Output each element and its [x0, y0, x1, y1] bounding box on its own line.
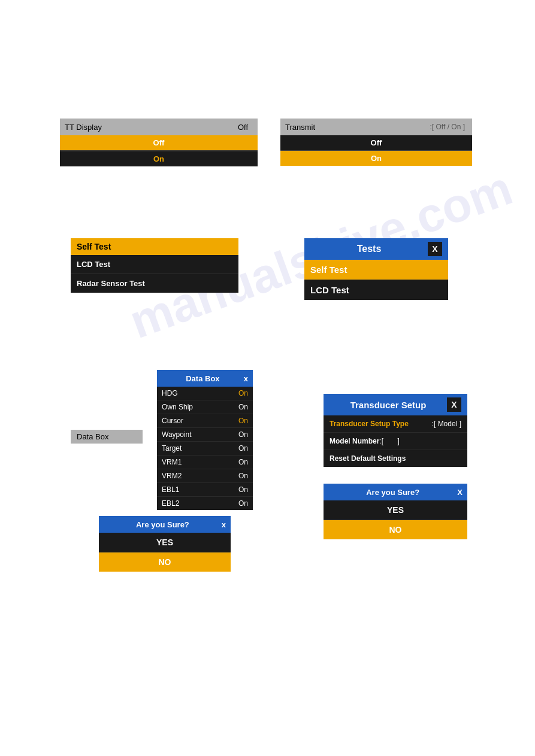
- transducer-type-value: :[ Model ]: [432, 420, 461, 428]
- sure-dialog-left-no-button[interactable]: NO: [99, 552, 231, 572]
- sure-dialog-left-yes-button[interactable]: YES: [99, 533, 231, 552]
- data-box-items: HDG On Own Ship On Cursor On Waypoint On…: [157, 387, 253, 510]
- data-box-row-vrm1-label: VRM1: [162, 458, 238, 466]
- data-box-panel: Data Box x HDG On Own Ship On Cursor On …: [157, 370, 253, 510]
- sure-dialog-right-title: Are you Sure?: [328, 488, 457, 497]
- tests-item-self-test[interactable]: Self Test: [304, 260, 448, 280]
- transducer-items: Transducer Setup Type :[ Model ] Model N…: [324, 415, 467, 467]
- tt-display-on-button[interactable]: On: [60, 151, 258, 166]
- data-box-row-ebl2-label: EBL2: [162, 499, 238, 508]
- sure-dialog-left-title: Are you Sure?: [104, 520, 222, 529]
- tt-display-options: Off On: [60, 135, 258, 166]
- tt-display-label: TT Display: [65, 123, 238, 132]
- transducer-header-label: Transducer Setup: [330, 400, 447, 410]
- data-box-row-vrm1-value: On: [238, 458, 248, 466]
- transducer-panel: Transducer Setup X Transducer Setup Type…: [324, 394, 467, 467]
- data-box-row-ebl1-value: On: [238, 485, 248, 494]
- transmit-off-button[interactable]: Off: [280, 135, 472, 151]
- transmit-toggle-text: :[ Off / On ]: [430, 123, 465, 131]
- tt-display-widget: TT Display Off Off On: [60, 119, 258, 166]
- data-box-row-hdg[interactable]: HDG On: [157, 387, 253, 400]
- data-box-row-hdg-label: HDG: [162, 389, 238, 397]
- tests-header: Tests X: [304, 238, 448, 260]
- data-box-row-cursor[interactable]: Cursor On: [157, 414, 253, 428]
- transducer-type-label: Transducer Setup Type: [330, 420, 432, 428]
- tests-header-label: Tests: [310, 244, 428, 254]
- sure-dialog-right-close[interactable]: X: [457, 488, 463, 497]
- transducer-model-label: Model Number: [330, 437, 379, 445]
- data-box-row-own-ship-value: On: [238, 403, 248, 411]
- sure-dialog-left: Are you Sure? x YES NO: [99, 516, 231, 572]
- data-box-row-target-label: Target: [162, 444, 238, 453]
- data-box-row-target[interactable]: Target On: [157, 442, 253, 456]
- data-box-header: Data Box x: [157, 370, 253, 387]
- tests-panel: Tests X Self Test LCD Test: [304, 238, 448, 300]
- data-box-row-vrm2-label: VRM2: [162, 472, 238, 480]
- data-box-row-waypoint[interactable]: Waypoint On: [157, 428, 253, 442]
- transmit-label: Transmit: [285, 123, 430, 132]
- data-box-row-cursor-value: On: [238, 417, 248, 425]
- transducer-close-button[interactable]: X: [447, 397, 461, 412]
- tests-items: Self Test LCD Test: [304, 260, 448, 300]
- self-test-item-radar[interactable]: Radar Sensor Test: [71, 274, 238, 293]
- tt-display-value: Off: [238, 123, 248, 132]
- self-test-menu: Self Test LCD Test Radar Sensor Test: [71, 238, 238, 293]
- sure-dialog-left-header: Are you Sure? x: [99, 516, 231, 533]
- transmit-header: Transmit :[ Off / On ]: [280, 119, 472, 135]
- transmit-on-button[interactable]: On: [280, 151, 472, 166]
- tests-item-lcd-test[interactable]: LCD Test: [304, 280, 448, 300]
- data-box-row-waypoint-value: On: [238, 430, 248, 439]
- self-test-header: Self Test: [71, 238, 238, 255]
- transducer-reset-label: Reset Default Settings: [330, 454, 406, 463]
- sure-dialog-right-yes-button[interactable]: YES: [324, 500, 467, 520]
- data-box-row-vrm1[interactable]: VRM1 On: [157, 456, 253, 469]
- sure-dialog-left-close[interactable]: x: [222, 520, 226, 529]
- data-box-label: Data Box: [71, 430, 143, 444]
- data-box-row-vrm2[interactable]: VRM2 On: [157, 469, 253, 483]
- transducer-header: Transducer Setup X: [324, 394, 467, 415]
- tt-display-header: TT Display Off: [60, 119, 258, 135]
- transducer-row-type[interactable]: Transducer Setup Type :[ Model ]: [324, 415, 467, 433]
- data-box-row-ebl1[interactable]: EBL1 On: [157, 483, 253, 497]
- transmit-widget: Transmit :[ Off / On ] Off On: [280, 119, 472, 166]
- tt-display-off-button[interactable]: Off: [60, 135, 258, 151]
- data-box-header-label: Data Box: [162, 374, 244, 383]
- data-box-close-button[interactable]: x: [244, 374, 248, 383]
- data-box-row-ebl1-label: EBL1: [162, 485, 238, 494]
- data-box-row-hdg-value: On: [238, 389, 248, 397]
- sure-dialog-right: Are you Sure? X YES NO: [324, 484, 467, 539]
- sure-dialog-right-header: Are you Sure? X: [324, 484, 467, 500]
- self-test-items: LCD Test Radar Sensor Test: [71, 255, 238, 293]
- data-box-row-cursor-label: Cursor: [162, 417, 238, 425]
- data-box-row-vrm2-value: On: [238, 472, 248, 480]
- data-box-row-own-ship-label: Own Ship: [162, 403, 238, 411]
- transmit-options: Off On: [280, 135, 472, 166]
- data-box-row-waypoint-label: Waypoint: [162, 430, 238, 439]
- data-box-row-ebl2-value: On: [238, 499, 248, 508]
- transducer-model-value: :[ ]: [379, 437, 399, 445]
- data-box-row-ebl2[interactable]: EBL2 On: [157, 497, 253, 510]
- transducer-row-reset[interactable]: Reset Default Settings: [324, 450, 467, 467]
- sure-dialog-right-no-button[interactable]: NO: [324, 520, 467, 539]
- tests-close-button[interactable]: X: [428, 242, 442, 256]
- self-test-item-lcd[interactable]: LCD Test: [71, 255, 238, 274]
- transducer-row-model[interactable]: Model Number :[ ]: [324, 433, 467, 450]
- data-box-row-own-ship[interactable]: Own Ship On: [157, 400, 253, 414]
- data-box-row-target-value: On: [238, 444, 248, 453]
